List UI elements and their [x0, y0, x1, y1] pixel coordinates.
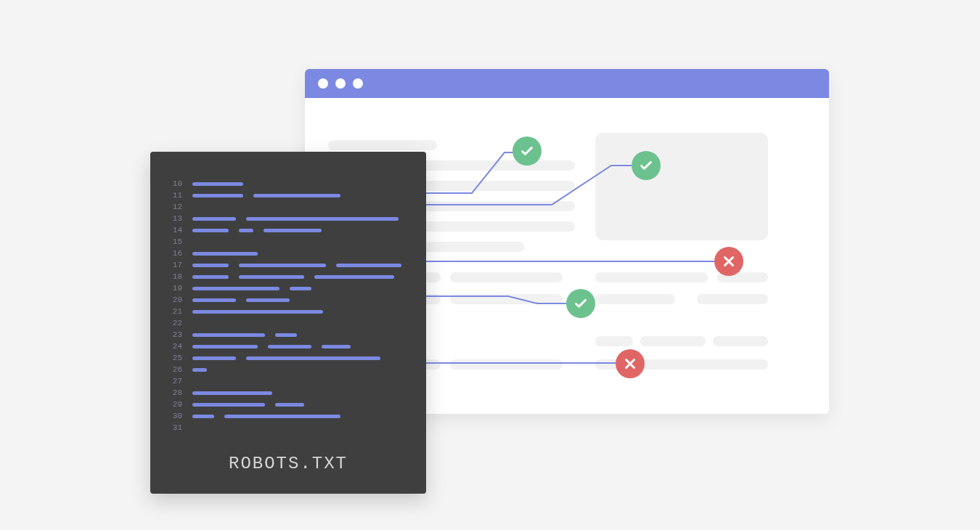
- code-segment: [275, 403, 304, 407]
- placeholder-line: [450, 359, 563, 370]
- code-segment: [246, 356, 380, 360]
- window-dot: [353, 78, 363, 89]
- line-number: 25: [171, 354, 182, 362]
- browser-titlebar: [305, 69, 829, 98]
- line-number: 18: [171, 272, 182, 281]
- code-segment: [246, 298, 290, 302]
- code-segment: [192, 403, 265, 407]
- code-segment: [192, 194, 243, 197]
- code-line: 29: [171, 399, 412, 410]
- code-segment: [192, 287, 279, 290]
- check-icon: [566, 289, 595, 318]
- line-number: 14: [171, 226, 182, 235]
- code-segment: [224, 415, 340, 418]
- line-number: 17: [171, 261, 182, 269]
- code-area: 1011121314151617181920212223242526272829…: [150, 152, 426, 433]
- code-line: 13: [171, 213, 412, 224]
- code-segment: [264, 229, 322, 232]
- code-segment: [239, 229, 253, 232]
- code-segment: [246, 217, 399, 221]
- code-segment: [192, 264, 229, 267]
- code-segment: [322, 345, 351, 348]
- placeholder-line: [595, 294, 675, 304]
- line-number: 19: [171, 284, 182, 293]
- code-segment: [268, 345, 311, 348]
- code-segment: [192, 368, 207, 372]
- placeholder-line: [640, 336, 706, 346]
- line-number: 22: [171, 319, 182, 327]
- code-segment: [275, 333, 297, 337]
- line-number: 16: [171, 249, 182, 258]
- cross-icon: [616, 349, 645, 378]
- code-line: 30: [171, 410, 412, 422]
- check-icon: [513, 136, 542, 166]
- line-number: 15: [171, 237, 182, 246]
- code-segment: [192, 217, 236, 221]
- code-segment: [192, 182, 243, 186]
- code-segment: [192, 229, 229, 232]
- window-dot: [318, 78, 328, 89]
- code-line: 15: [171, 236, 412, 248]
- robots-editor: 1011121314151617181920212223242526272829…: [150, 152, 426, 494]
- line-number: 30: [171, 412, 182, 420]
- line-number: 10: [171, 179, 182, 188]
- code-segment: [192, 252, 258, 256]
- code-line: 27: [171, 375, 412, 387]
- code-segment: [192, 298, 236, 302]
- code-segment: [290, 287, 311, 290]
- code-line: 11: [171, 189, 412, 201]
- code-line: 24: [171, 341, 412, 352]
- code-segment: [192, 275, 229, 279]
- editor-title: ROBOTS.TXT: [150, 454, 426, 473]
- code-segment: [253, 194, 340, 197]
- code-line: 23: [171, 329, 412, 341]
- code-segment: [314, 275, 394, 279]
- code-segment: [192, 391, 272, 395]
- code-line: 20: [171, 294, 412, 306]
- window-dot: [335, 78, 346, 89]
- line-number: 26: [171, 365, 182, 374]
- code-line: 21: [171, 306, 412, 317]
- placeholder-line: [697, 294, 768, 304]
- code-line: 17: [171, 259, 412, 271]
- code-line: 22: [171, 317, 412, 329]
- code-line: 31: [171, 422, 412, 433]
- code-segment: [192, 310, 323, 314]
- placeholder-line: [595, 336, 633, 346]
- placeholder-line: [450, 272, 563, 282]
- placeholder-line: [713, 336, 768, 346]
- code-line: 16: [171, 248, 412, 259]
- line-number: 12: [171, 203, 182, 211]
- line-number: 28: [171, 388, 182, 397]
- code-line: 25: [171, 352, 412, 364]
- placeholder-line: [595, 272, 708, 282]
- code-line: 28: [171, 387, 412, 399]
- code-line: 10: [171, 178, 412, 189]
- code-segment: [192, 356, 236, 360]
- line-number: 31: [171, 423, 182, 432]
- cross-icon: [714, 247, 743, 276]
- code-segment: [192, 345, 258, 348]
- check-icon: [632, 151, 661, 180]
- line-number: 13: [171, 214, 182, 223]
- placeholder-box: [595, 133, 768, 240]
- line-number: 24: [171, 342, 182, 351]
- line-number: 29: [171, 400, 182, 409]
- code-segment: [192, 415, 214, 418]
- placeholder-line: [450, 294, 563, 304]
- code-segment: [239, 275, 304, 279]
- code-line: 19: [171, 282, 412, 294]
- code-line: 12: [171, 201, 412, 213]
- line-number: 21: [171, 307, 182, 316]
- code-segment: [239, 264, 326, 267]
- code-segment: [336, 264, 401, 267]
- code-line: 18: [171, 271, 412, 282]
- line-number: 27: [171, 377, 182, 386]
- code-line: 26: [171, 364, 412, 375]
- line-number: 23: [171, 330, 182, 339]
- code-segment: [192, 333, 265, 337]
- line-number: 11: [171, 191, 182, 200]
- line-number: 20: [171, 295, 182, 304]
- code-line: 14: [171, 224, 412, 236]
- placeholder-line: [328, 140, 437, 150]
